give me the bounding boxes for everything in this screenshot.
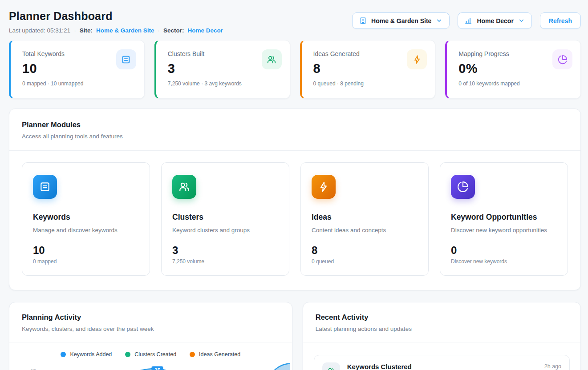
planner-modules-panel: Planner Modules Access all planning tool… <box>9 109 581 290</box>
meta-separator: · <box>158 27 160 34</box>
activity-timestamp: 2h ago <box>544 362 561 370</box>
stat-card-mapping-progress: Mapping Progress 0% 0 of 10 keywords map… <box>445 40 581 99</box>
activity-list: Keywords Clustered 3 new clusters create… <box>303 342 580 370</box>
header-left: Planner Dashboard Last updated: 05:31:21… <box>9 10 223 34</box>
stat-card-total-keywords: Total Keywords 10 0 mapped · 10 unmapped <box>9 40 145 99</box>
page-header: Planner Dashboard Last updated: 05:31:21… <box>9 10 581 34</box>
panel-subtitle: Keywords, clusters, and ideas over the p… <box>22 326 280 332</box>
data-point-label: 25 <box>152 366 163 370</box>
module-card-clusters[interactable]: Clusters Keyword clusters and groups 3 7… <box>161 162 289 276</box>
planning-activity-panel: Planning Activity Keywords, clusters, an… <box>9 302 292 370</box>
activity-item-keywords-clustered[interactable]: Keywords Clustered 3 new clusters create… <box>314 355 570 370</box>
module-description: Manage and discover keywords <box>33 227 139 233</box>
legend-item-clusters-created[interactable]: Clusters Created <box>125 351 176 358</box>
legend-dot-icon <box>125 352 130 357</box>
pie-chart-icon <box>451 175 475 199</box>
file-lines-icon <box>33 175 57 199</box>
module-caption: 0 queued <box>312 258 418 265</box>
chart-legend: Keywords Added Clusters Created Ideas Ge… <box>9 351 292 358</box>
module-title: Ideas <box>312 213 418 222</box>
site-link[interactable]: Home & Garden Site <box>96 27 154 34</box>
module-title: Keyword Opportunities <box>451 213 557 222</box>
zap-icon <box>407 49 427 69</box>
page-title: Planner Dashboard <box>9 10 223 23</box>
recent-activity-panel: Recent Activity Latest planning actions … <box>303 302 581 370</box>
module-description: Discover new keyword opportunities <box>451 227 557 233</box>
refresh-button-label: Refresh <box>549 17 572 24</box>
sector-selector-dropdown[interactable]: Home Decor <box>458 12 531 29</box>
module-card-ideas[interactable]: Ideas Content ideas and concepts 8 0 que… <box>300 162 429 276</box>
site-selector-dropdown[interactable]: Home & Garden Site <box>352 12 450 29</box>
module-value: 0 <box>451 244 557 257</box>
panel-subtitle: Latest planning actions and updates <box>316 326 568 332</box>
legend-item-keywords-added[interactable]: Keywords Added <box>61 351 112 358</box>
activity-chart: Keywords Added Clusters Created Ideas Ge… <box>9 342 292 370</box>
legend-item-ideas-generated[interactable]: Ideas Generated <box>190 351 240 358</box>
stat-caption: 7,250 volume · 3 avg keywords <box>168 80 281 87</box>
modules-grid: Keywords Manage and discover keywords 10… <box>9 151 580 290</box>
header-meta: Last updated: 05:31:21 · Site: Home & Ga… <box>9 27 223 34</box>
stat-card-clusters-built: Clusters Built 3 7,250 volume · 3 avg ke… <box>154 40 290 99</box>
chevron-down-icon <box>518 17 525 24</box>
module-title: Keywords <box>33 213 139 222</box>
bottom-row: Planning Activity Keywords, clusters, an… <box>9 302 581 370</box>
keywords-added-area-series <box>42 363 290 370</box>
planner-modules-header: Planner Modules Access all planning tool… <box>9 109 580 150</box>
users-icon <box>262 49 282 69</box>
stat-caption: 0 queued · 8 pending <box>313 80 426 87</box>
last-updated-text: Last updated: 05:31:21 <box>9 27 70 34</box>
panel-subtitle: Access all planning tools and features <box>22 133 568 140</box>
legend-label: Keywords Added <box>70 351 112 358</box>
panel-title: Planner Modules <box>22 121 568 129</box>
module-card-keywords[interactable]: Keywords Manage and discover keywords 10… <box>22 162 150 276</box>
planner-dashboard-page: Planner Dashboard Last updated: 05:31:21… <box>0 0 588 370</box>
module-caption: Discover new keywords <box>451 258 557 265</box>
stat-card-ideas-generated: Ideas Generated 8 0 queued · 8 pending <box>300 40 436 99</box>
legend-dot-icon <box>61 352 66 357</box>
site-selector-label: Home & Garden Site <box>371 17 431 24</box>
bar-chart-icon <box>465 17 472 24</box>
legend-label: Clusters Created <box>134 351 176 358</box>
meta-separator: · <box>74 27 76 34</box>
refresh-button[interactable]: Refresh <box>540 12 581 29</box>
sector-link[interactable]: Home Decor <box>187 27 223 34</box>
area-chart: 25 25 24 <box>9 363 292 370</box>
stat-caption: 0 mapped · 10 unmapped <box>22 80 135 87</box>
module-caption: 7,250 volume <box>172 258 278 265</box>
sector-label: Sector: <box>163 27 184 34</box>
panel-title: Planning Activity <box>22 313 280 322</box>
pie-chart-icon <box>552 49 572 69</box>
module-value: 3 <box>172 244 278 257</box>
activity-title: Keywords Clustered <box>347 362 412 370</box>
legend-label: Ideas Generated <box>199 351 240 358</box>
planning-activity-header: Planning Activity Keywords, clusters, an… <box>9 302 292 342</box>
recent-activity-header: Recent Activity Latest planning actions … <box>303 302 580 342</box>
header-actions: Home & Garden Site Home Decor Refresh <box>352 12 581 29</box>
sector-selector-label: Home Decor <box>477 17 513 24</box>
users-icon <box>172 175 196 199</box>
stats-row: Total Keywords 10 0 mapped · 10 unmapped… <box>9 40 581 99</box>
module-description: Keyword clusters and groups <box>172 227 278 233</box>
module-card-keyword-opportunities[interactable]: Keyword Opportunities Discover new keywo… <box>440 162 568 276</box>
module-value: 10 <box>33 244 139 257</box>
users-icon <box>322 362 340 370</box>
panel-title: Recent Activity <box>316 313 568 322</box>
stat-caption: 0 of 10 keywords mapped <box>458 80 572 87</box>
activity-text: Keywords Clustered 3 new clusters create… <box>347 362 412 370</box>
legend-dot-icon <box>190 352 195 357</box>
module-value: 8 <box>312 244 418 257</box>
module-description: Content ideas and concepts <box>312 227 418 233</box>
module-caption: 0 mapped <box>33 258 139 265</box>
chevron-down-icon <box>436 17 442 24</box>
file-lines-icon <box>116 49 136 69</box>
building-icon <box>359 17 367 24</box>
module-title: Clusters <box>172 213 278 222</box>
zap-icon <box>312 175 336 199</box>
site-label: Site: <box>80 27 93 34</box>
